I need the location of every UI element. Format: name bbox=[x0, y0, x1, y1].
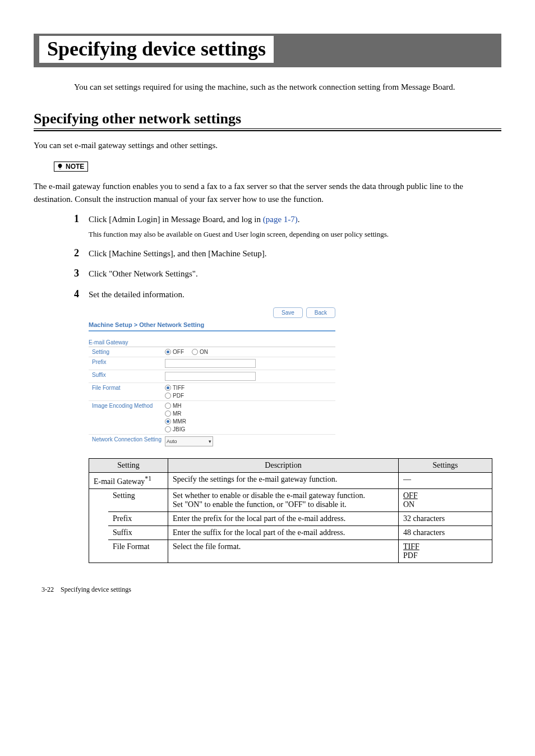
prefix-row: Prefix bbox=[89, 357, 335, 370]
cell-desc: Enter the prefix for the local part of t… bbox=[168, 511, 399, 525]
radio-on[interactable]: ON bbox=[192, 349, 208, 355]
page-title-bar: Specifying device settings bbox=[34, 34, 501, 67]
radio-mmr[interactable]: MMR bbox=[165, 418, 335, 425]
cell-settings: — bbox=[399, 473, 492, 489]
th-settings: Settings bbox=[399, 459, 492, 473]
chevron-down-icon: ▾ bbox=[209, 439, 211, 444]
file-format-label: File Format bbox=[89, 385, 165, 391]
cell-indent bbox=[89, 488, 109, 563]
cell-settings: OFFON bbox=[399, 488, 492, 511]
page-title: Specifying device settings bbox=[39, 36, 274, 63]
file-format-row: File Format TIFF PDF bbox=[89, 383, 335, 401]
cell-name: Suffix bbox=[108, 525, 168, 540]
step-text: Click "Other Network Settings". bbox=[89, 268, 198, 280]
cell-settings: 32 characters bbox=[399, 511, 492, 525]
cell-desc: Set whether to enable or disable the e-m… bbox=[168, 488, 399, 511]
page-footer: 3-22 Specifying device settings bbox=[34, 586, 501, 594]
step-number: 1 bbox=[74, 213, 89, 226]
lightbulb-icon bbox=[57, 163, 63, 170]
table-row: Setting Set whether to enable or disable… bbox=[89, 488, 492, 511]
radio-dot-icon bbox=[165, 403, 171, 409]
table-row: Suffix Enter the suffix for the local pa… bbox=[89, 525, 492, 540]
email-gateway-header: E-mail Gateway bbox=[89, 338, 335, 347]
radio-dot-icon bbox=[165, 349, 171, 355]
prefix-label: Prefix bbox=[89, 359, 165, 365]
cell-name: File Format bbox=[108, 540, 168, 563]
step-number: 2 bbox=[74, 247, 89, 260]
net-conn-label: Network Connection Setting bbox=[89, 436, 165, 442]
radio-dot-icon bbox=[165, 426, 171, 432]
footer-text: Specifying device settings bbox=[61, 586, 131, 593]
breadcrumb: Machine Setup > Other Network Setting bbox=[89, 321, 335, 328]
settings-panel: Save Back Machine Setup > Other Network … bbox=[89, 307, 335, 448]
cell-name: E-mail Gateway*1 bbox=[89, 473, 168, 489]
radio-dot-icon bbox=[165, 385, 171, 391]
step-number: 4 bbox=[74, 288, 89, 301]
section-heading: Specifying other network settings bbox=[34, 110, 501, 131]
table-row: E-mail Gateway*1 Specify the settings fo… bbox=[89, 473, 492, 489]
encoding-row: Image Encoding Method MH MR MMR JBIG bbox=[89, 401, 335, 435]
table-row: Prefix Enter the prefix for the local pa… bbox=[89, 511, 492, 525]
cell-desc: Enter the suffix for the local part of t… bbox=[168, 525, 399, 540]
radio-mr[interactable]: MR bbox=[165, 411, 335, 417]
note-text: The e-mail gateway function enables you … bbox=[34, 180, 501, 205]
save-button[interactable]: Save bbox=[273, 307, 303, 318]
radio-mh[interactable]: MH bbox=[165, 403, 335, 409]
step-text: Click [Admin Login] in Message Board, an… bbox=[89, 213, 300, 226]
suffix-label: Suffix bbox=[89, 372, 165, 378]
radio-tiff[interactable]: TIFF bbox=[165, 385, 335, 391]
table-row: File Format Select the file format. TIFF… bbox=[89, 540, 492, 563]
radio-dot-icon bbox=[165, 411, 171, 417]
page-link[interactable]: (page 1-7) bbox=[263, 215, 298, 224]
section-intro: You can set e-mail gateway settings and … bbox=[34, 139, 501, 152]
cell-desc: Select the file format. bbox=[168, 540, 399, 563]
step-subtext: This function may also be available on G… bbox=[89, 229, 501, 239]
step-text: Click [Machine Settings], and then [Mach… bbox=[89, 247, 266, 260]
radio-dot-icon bbox=[165, 418, 171, 425]
page-number: 3-22 bbox=[41, 586, 54, 593]
description-table: Setting Description Settings E-mail Gate… bbox=[89, 458, 492, 563]
th-description: Description bbox=[168, 459, 399, 473]
step-4: 4 Set the detailed information. bbox=[74, 288, 501, 301]
prefix-input[interactable] bbox=[165, 359, 256, 368]
cell-name: Prefix bbox=[108, 511, 168, 525]
intro-text: You can set settings required for using … bbox=[74, 81, 501, 94]
radio-dot-icon bbox=[165, 393, 171, 399]
step-text: Set the detailed information. bbox=[89, 288, 185, 301]
note-label: NOTE bbox=[66, 163, 84, 170]
suffix-row: Suffix bbox=[89, 370, 335, 383]
radio-off[interactable]: OFF bbox=[165, 349, 184, 355]
setting-row: Setting OFF ON bbox=[89, 347, 335, 357]
cell-settings: TIFFPDF bbox=[399, 540, 492, 563]
radio-pdf[interactable]: PDF bbox=[165, 393, 335, 399]
cell-settings: 48 characters bbox=[399, 525, 492, 540]
encoding-label: Image Encoding Method bbox=[89, 403, 165, 409]
step-number: 3 bbox=[74, 268, 89, 280]
step-1: 1 Click [Admin Login] in Message Board, … bbox=[74, 213, 501, 226]
radio-jbig[interactable]: JBIG bbox=[165, 426, 335, 432]
setting-label: Setting bbox=[89, 349, 165, 355]
step-3: 3 Click "Other Network Settings". bbox=[74, 268, 501, 280]
back-button[interactable]: Back bbox=[306, 307, 335, 318]
th-setting: Setting bbox=[89, 459, 168, 473]
cell-name: Setting bbox=[108, 488, 168, 511]
step-2: 2 Click [Machine Settings], and then [Ma… bbox=[74, 247, 501, 260]
suffix-input[interactable] bbox=[165, 372, 256, 381]
note-badge: NOTE bbox=[54, 162, 88, 172]
cell-desc: Specify the settings for the e-mail gate… bbox=[168, 473, 399, 489]
table-header-row: Setting Description Settings bbox=[89, 459, 492, 473]
net-conn-select[interactable]: Auto ▾ bbox=[165, 436, 213, 446]
network-connection-row: Network Connection Setting Auto ▾ bbox=[89, 435, 335, 448]
radio-dot-icon bbox=[192, 349, 198, 355]
divider bbox=[89, 330, 335, 331]
